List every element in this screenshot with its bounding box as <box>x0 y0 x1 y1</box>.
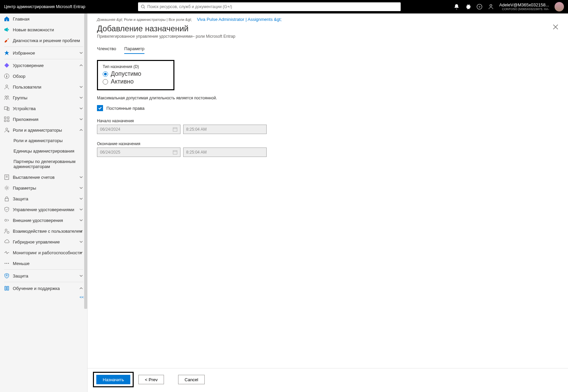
sidebar-item-label: Выставление счетов <box>13 175 55 180</box>
sidebar-item-ux[interactable]: Взаимодействие с пользователем <box>0 226 87 236</box>
sidebar-item-label: Управление удостоверениями <box>13 207 74 212</box>
help-icon[interactable]: ? <box>476 4 482 10</box>
breadcrumb-path[interactable]: Роли и администраторы | Все роли &gt; <box>124 18 192 22</box>
user-block[interactable]: AdeleV@M365x032158... CONTOSO (M365X0321… <box>499 2 549 11</box>
sidebar-item-protection[interactable]: Защита <box>0 193 87 204</box>
lock-icon <box>4 196 9 201</box>
info-icon <box>4 73 9 79</box>
sidebar-item-identity[interactable]: Удостоверение <box>0 60 87 71</box>
sidebar-item-label: Партнеры по делегированным администратор… <box>13 159 84 169</box>
svg-point-10 <box>7 96 9 98</box>
feedback-icon[interactable] <box>488 4 494 10</box>
invoice-icon <box>4 174 9 180</box>
avatar[interactable] <box>555 2 564 11</box>
person-icon <box>4 84 9 90</box>
sidebar-item-label: Устройства <box>13 106 36 111</box>
sidebar-item-label: Защита <box>13 196 28 201</box>
svg-point-0 <box>141 5 144 8</box>
end-date-input[interactable]: 06/24/2025 <box>97 148 180 157</box>
svg-point-30 <box>6 275 7 276</box>
permanent-checkbox-row[interactable]: Постоянные права <box>97 105 559 111</box>
bell-icon[interactable] <box>454 4 460 10</box>
start-time-input[interactable]: 8:25:04 AM <box>183 125 267 134</box>
max-duration-info: Максимальная допустимая длительность явл… <box>97 96 559 100</box>
sidebar-item-less[interactable]: Меньше <box>0 258 87 269</box>
collapse-sidebar-button[interactable]: << <box>0 294 87 300</box>
end-time-input[interactable]: 8:25:04 AM <box>183 148 267 157</box>
sidebar-item-external[interactable]: Внешние удостоверения <box>0 215 87 226</box>
gear-icon <box>4 185 9 191</box>
sidebar-item-apps[interactable]: Приложения <box>0 114 87 125</box>
sidebar-item-delegated-partners[interactable]: Партнеры по делегированным администратор… <box>0 156 87 172</box>
sidebar-item-label: Параметры <box>13 186 36 191</box>
assignment-type-label: Тип назначения (D) <box>103 64 169 69</box>
wrench-icon <box>4 38 9 43</box>
end-label: Окончание назначения <box>97 141 559 146</box>
chevron-down-icon <box>79 96 83 100</box>
sidebar-item-label: Роли и администраторы <box>13 138 63 143</box>
radio-active[interactable]: Активно <box>103 78 169 85</box>
radio-icon <box>103 71 108 77</box>
sidebar-item-users[interactable]: Пользователи <box>0 81 87 92</box>
sidebar-item-monitoring[interactable]: Мониторинг и работоспособности <box>0 247 87 258</box>
chevron-down-icon <box>79 274 83 278</box>
cancel-button[interactable]: Cancel <box>178 375 204 384</box>
breadcrumb-role[interactable]: Viva Pulse Administrator | Assignments &… <box>197 17 282 22</box>
svg-point-28 <box>6 263 7 264</box>
sidebar-item-label: Гибридное управление <box>13 239 60 244</box>
sidebar-item-governance[interactable]: Управление удостоверениями <box>0 204 87 215</box>
sidebar-item-billing[interactable]: Выставление счетов <box>0 172 87 183</box>
sidebar-item-roles[interactable]: Роли и администраторы <box>0 125 87 135</box>
breadcrumb-home[interactable]: Домашняя &gt; <box>97 18 123 22</box>
svg-rect-7 <box>6 76 7 77</box>
sidebar: Главная Новые возможности Диагностика и … <box>0 13 88 392</box>
sidebar-item-settings[interactable]: Параметры <box>0 183 87 193</box>
devices-icon <box>4 106 9 111</box>
sidebar-item-whatsnew[interactable]: Новые возможности <box>0 24 87 35</box>
sidebar-item-label: Главная <box>13 17 29 22</box>
sidebar-item-devices[interactable]: Устройства <box>0 103 87 114</box>
sidebar-item-roles-sub[interactable]: Роли и администраторы <box>0 135 87 146</box>
gear-icon[interactable] <box>465 4 471 10</box>
global-search[interactable] <box>138 2 401 11</box>
sidebar-item-admin-units[interactable]: Единицы администрирования <box>0 146 87 156</box>
radio-eligible[interactable]: Допустимо <box>103 70 169 77</box>
sidebar-item-label: Обучение и поддержка <box>13 286 60 291</box>
shield-check-icon <box>4 207 9 212</box>
svg-point-9 <box>5 96 7 98</box>
chevron-down-icon <box>79 207 83 211</box>
radio-label: Допустимо <box>111 70 141 77</box>
calendar-icon <box>173 150 177 155</box>
sidebar-item-learn[interactable]: Обучение и поддержка <box>0 283 87 294</box>
footer: Назначить < Prev Cancel <box>88 368 568 392</box>
user-name: AdeleV@M365x032158... <box>499 2 549 8</box>
sidebar-item-hybrid[interactable]: Гибридное управление <box>0 236 87 247</box>
sidebar-item-diagnostics[interactable]: Диагностика и решение проблем <box>0 35 87 46</box>
start-date-block: Начало назначения 06/24/2024 8:25:04 AM <box>97 119 559 134</box>
heartbeat-icon <box>4 250 9 255</box>
product-title: Центр администрирования Microsoft Entrap <box>4 4 85 9</box>
sidebar-item-label: Удостоверение <box>13 63 44 68</box>
sidebar-item-groups[interactable]: Группы <box>0 92 87 103</box>
main: Домашняя &gt; Роли и администраторы | Вс… <box>88 13 568 392</box>
radio-label: Активно <box>111 78 134 85</box>
assign-button[interactable]: Назначить <box>96 375 130 384</box>
sidebar-item-label: Диагностика и решение проблем <box>13 38 80 43</box>
sidebar-item-overview[interactable]: Обзор <box>0 71 87 81</box>
sidebar-item-label: Взаимодействие с пользователем <box>13 229 82 234</box>
close-icon[interactable] <box>553 24 559 30</box>
start-date-input[interactable]: 06/24/2024 <box>97 125 180 134</box>
sidebar-item-protection2[interactable]: Защита <box>0 270 87 281</box>
tab-membership[interactable]: Членство <box>97 46 116 54</box>
prev-button[interactable]: < Prev <box>138 375 164 384</box>
sidebar-item-favorites[interactable]: Избранное <box>0 47 87 58</box>
svg-rect-15 <box>4 120 6 122</box>
person-gear-icon <box>4 228 9 234</box>
sidebar-item-label: Обзор <box>13 74 26 79</box>
sidebar-item-home[interactable]: Главная <box>0 13 87 24</box>
search-input[interactable] <box>147 4 398 9</box>
tab-setting[interactable]: Параметр <box>124 46 144 54</box>
page-title: Добавление назначений <box>97 24 235 33</box>
grid-icon <box>4 117 9 122</box>
svg-rect-14 <box>7 117 9 119</box>
